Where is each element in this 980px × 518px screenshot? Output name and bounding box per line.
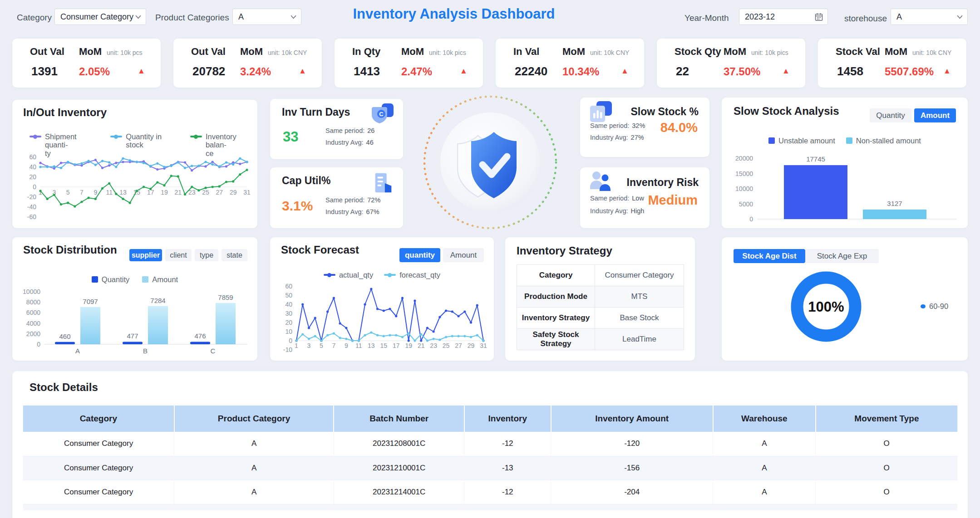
product-categories-select[interactable]: A: [232, 9, 301, 25]
svg-text:3127: 3127: [887, 200, 902, 207]
tab-stock-age-exp[interactable]: Stock Age Exp: [805, 249, 879, 263]
kpi-mom-percent: 5507.69%: [885, 65, 934, 78]
kpi-card-in-qty: In Qty MoM unit: 10k pics 1413 2.47% ▲: [335, 39, 483, 88]
table-row: Consumer CategoryA 20231210001C-13 -156A…: [23, 456, 957, 480]
kpi-unit: unit: 10k CNY: [590, 49, 629, 56]
legend-actual-qty[interactable]: actual_qty: [324, 271, 373, 279]
cap-util-title: Cap Util%: [282, 175, 330, 187]
shield-c-icon: C: [371, 103, 394, 126]
table-header-row: Category Product Category Batch Number I…: [23, 406, 957, 432]
svg-text:23: 23: [430, 342, 437, 349]
svg-text:13: 13: [368, 342, 375, 349]
square-legend-marker: [768, 137, 775, 144]
storehouse-value: A: [896, 12, 902, 22]
kpi-label: Stock Qty: [675, 46, 721, 58]
table-row: Consumer CategoryA 20231208001C-12 -120A…: [23, 432, 957, 456]
building-icon: [372, 171, 394, 195]
legend-forecast-qty[interactable]: forecast_qty: [384, 271, 440, 279]
industry-avg-line: Industry Avg:67%: [325, 208, 379, 215]
svg-text:31: 31: [243, 189, 251, 196]
svg-text:7859: 7859: [218, 293, 233, 301]
tab-state[interactable]: state: [222, 249, 247, 261]
svg-text:60: 60: [285, 283, 292, 290]
toggle-amount[interactable]: Amount: [914, 108, 956, 122]
legend-quantity-in-stock[interactable]: Quantity in stock: [110, 132, 179, 149]
svg-text:25: 25: [202, 189, 209, 196]
svg-text:29: 29: [468, 342, 475, 349]
line-legend-marker: [384, 274, 396, 276]
slow-stock-analysis-chart: 05000100001500020000177453127: [729, 145, 961, 227]
kpi-value: 1391: [31, 64, 58, 78]
category-select-value: Consumer Category: [60, 12, 133, 22]
inv-turn-days-title: Inv Turn Days: [282, 106, 350, 118]
kpi-label: Out Val: [30, 46, 64, 58]
kpi-label: Out Val: [191, 46, 226, 58]
svg-text:5000: 5000: [739, 200, 753, 208]
toggle-quantity[interactable]: quantity: [399, 248, 440, 262]
toggle-quantity[interactable]: Quantity: [870, 108, 911, 122]
kpi-mom-percent: 2.05%: [79, 65, 110, 78]
inout-inventory-title: In/Out Inventory: [23, 106, 107, 119]
kpi-mom-percent: 10.34%: [562, 65, 599, 78]
legend-quantity[interactable]: Quantity: [92, 275, 129, 283]
legend-non-stalled-amount[interactable]: Non-stalled amount: [846, 137, 921, 145]
svg-text:10000: 10000: [23, 288, 40, 295]
calendar-icon: [815, 13, 823, 21]
tab-type[interactable]: type: [195, 249, 218, 261]
strategy-value: MTS: [595, 286, 684, 308]
stock-forecast-card: Stock Forecast quantity Amount actual_qt…: [270, 237, 494, 361]
same-period-line: Same period:32%: [590, 122, 645, 129]
svg-text:40: 40: [285, 301, 292, 308]
svg-text:30: 30: [285, 310, 292, 317]
svg-text:C: C: [211, 347, 216, 355]
svg-text:19: 19: [161, 189, 168, 196]
stock-details-card: Stock Details Category Product Category …: [12, 371, 968, 518]
svg-text:C: C: [379, 111, 384, 117]
svg-text:476: 476: [194, 332, 206, 340]
kpi-mom-label: MoM: [79, 46, 102, 58]
legend-amount[interactable]: Amount: [142, 275, 178, 283]
table-row: Category Consumer Category: [517, 265, 684, 286]
industry-avg-line: Industry Avg:46: [325, 139, 374, 146]
toggle-amount[interactable]: Amount: [443, 248, 484, 262]
inventory-strategy-card: Inventory Strategy Category Consumer Cat…: [505, 237, 695, 361]
kpi-value: 1458: [837, 64, 863, 78]
kpi-value: 22240: [515, 64, 547, 78]
category-select[interactable]: Consumer Category: [54, 9, 146, 25]
inventory-risk-title: Inventory Risk: [627, 176, 699, 189]
industry-avg-line: Industry Avg:27%: [590, 134, 644, 141]
slow-stock-analysis-card: Slow Stock Analysis Quantity Amount Unst…: [722, 98, 968, 228]
tab-client[interactable]: client: [165, 249, 192, 261]
table-row: Production Mode MTS: [517, 286, 684, 308]
svg-text:5: 5: [66, 189, 70, 196]
stock-details-title: Stock Details: [30, 381, 98, 394]
storehouse-select[interactable]: A: [891, 9, 968, 25]
strategy-key: Inventory Strategy: [517, 308, 595, 329]
column-header: Batch Number: [334, 406, 464, 432]
tab-supplier[interactable]: supplier: [129, 249, 162, 261]
chevron-down-icon: [291, 15, 296, 19]
kpi-unit: unit: 10k CNY: [268, 49, 307, 56]
svg-text:7: 7: [80, 189, 84, 196]
column-header: Inventory: [464, 406, 551, 432]
inv-turn-days-card: Inv Turn Days C 33 Same period:26 Indust…: [270, 99, 403, 159]
legend-unstable-amount[interactable]: Unstable amount: [768, 137, 835, 145]
svg-text:19: 19: [405, 342, 412, 349]
svg-text:0: 0: [37, 341, 40, 348]
tab-stock-age-dist[interactable]: Stock Age Dist: [734, 249, 805, 263]
column-header: Product Category: [174, 406, 334, 432]
chevron-down-icon: [957, 15, 963, 19]
kpi-label: In Val: [513, 46, 539, 58]
year-month-input[interactable]: 2023-12: [739, 9, 828, 25]
shield-check-graphic: [420, 92, 561, 233]
svg-text:460: 460: [59, 332, 70, 340]
svg-text:1: 1: [295, 342, 298, 349]
svg-text:11: 11: [106, 189, 113, 196]
legend-60-90[interactable]: 60-90: [921, 302, 948, 310]
square-legend-marker: [846, 137, 852, 144]
inout-inventory-chart: 6040200-20-40-60135791113151719212325272…: [18, 153, 252, 227]
line-legend-marker: [324, 274, 335, 276]
kpi-mom-label: MoM: [401, 46, 424, 58]
column-header: Category: [23, 406, 174, 432]
svg-text:21: 21: [175, 189, 182, 196]
